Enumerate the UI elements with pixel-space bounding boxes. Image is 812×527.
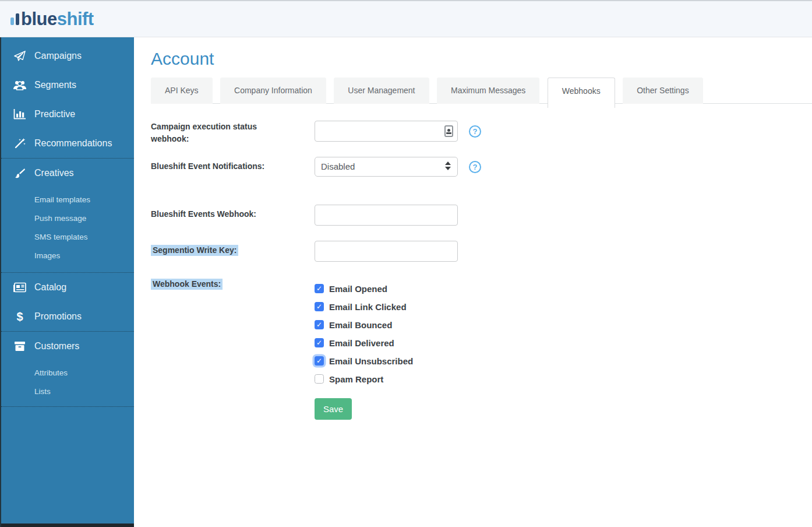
newspaper-icon: [13, 281, 27, 294]
sidebar-subitem-push-message[interactable]: Push message: [1, 209, 134, 227]
form-row-events-webhook: Blueshift Events Webhook:: [151, 205, 812, 226]
campaign-execution-webhook-input-wrap: [315, 121, 458, 142]
campaign-execution-webhook-input[interactable]: [315, 121, 458, 142]
segmentio-write-key-input-wrap: [315, 241, 458, 262]
blueshift-logo-bars-icon: [10, 13, 19, 28]
top-header: blueshift: [0, 0, 812, 37]
blueshift-logo[interactable]: blueshift: [10, 10, 94, 28]
sidebar-subitem-attributes[interactable]: Attributes: [1, 363, 134, 382]
sidebar-divider: [1, 406, 134, 407]
field-label-highlighted: Segmentio Write Key:: [151, 245, 238, 256]
checkbox-spam-report[interactable]: Spam Report: [315, 373, 413, 385]
main-content: Account API Keys Company Information Use…: [134, 37, 812, 527]
magic-wand-icon: [13, 137, 27, 150]
webhook-events-group: ✓ Email Opened ✓ Email Link Clicked ✓ Em…: [315, 278, 413, 420]
sidebar-item-label: Segments: [34, 80, 76, 90]
users-icon: [13, 79, 27, 92]
window-edge: [1, 524, 135, 527]
account-tabs: API Keys Company Information User Manage…: [151, 78, 812, 108]
sidebar-subitem-email-templates[interactable]: Email templates: [1, 190, 134, 209]
sidebar-item-creatives[interactable]: Creatives: [1, 159, 134, 188]
form-row-event-notifications: Blueshift Event Notifications: Disabled …: [151, 157, 812, 177]
sidebar-item-label: Predictive: [34, 109, 75, 120]
sidebar-item-catalog[interactable]: Catalog: [1, 273, 134, 302]
field-label: Campaign execution status webhook:: [151, 121, 267, 145]
help-icon[interactable]: ?: [469, 125, 481, 138]
field-label: Blueshift Events Webhook:: [151, 205, 315, 226]
sidebar-item-label: Recommendations: [34, 138, 112, 149]
page-title: Account: [151, 49, 812, 69]
form-row-segmentio-key: Segmentio Write Key:: [151, 241, 812, 262]
dollar-icon: $: [13, 310, 27, 323]
tab-maximum-messages[interactable]: Maximum Messages: [437, 78, 539, 104]
tab-api-keys[interactable]: API Keys: [151, 78, 213, 104]
sidebar-subitem-lists[interactable]: Lists: [1, 382, 134, 400]
tab-webhooks[interactable]: Webhooks: [548, 78, 615, 108]
form-row-campaign-execution: Campaign execution status webhook: ?: [151, 121, 812, 145]
sidebar-item-segments[interactable]: Segments: [1, 71, 134, 100]
checkbox-checked-focused-icon[interactable]: ✓: [315, 356, 324, 366]
sidebar-item-label: Catalog: [34, 282, 66, 293]
sidebar-nav: Campaigns Segments Predictive Recommenda…: [0, 37, 134, 527]
tab-other-settings[interactable]: Other Settings: [623, 78, 703, 104]
checkbox-email-bounced[interactable]: ✓ Email Bounced: [315, 319, 413, 331]
sidebar-subitem-label: SMS templates: [34, 233, 88, 241]
sidebar-item-label: Promotions: [34, 311, 82, 322]
sidebar-item-promotions[interactable]: $ Promotions: [1, 302, 134, 331]
webhooks-form: Campaign execution status webhook: ? Blu…: [151, 121, 812, 420]
help-icon[interactable]: ?: [469, 161, 481, 173]
events-webhook-input[interactable]: [315, 205, 458, 226]
checkbox-checked-icon[interactable]: ✓: [315, 338, 324, 347]
webhook-events-label-highlighted: Webhook Events:: [151, 279, 223, 290]
select-value: Disabled: [321, 161, 355, 171]
archive-box-icon: [13, 340, 27, 353]
sidebar-subitem-label: Push message: [34, 214, 86, 223]
sidebar-item-label: Customers: [34, 341, 79, 352]
checkbox-email-unsubscribed[interactable]: ✓ Email Unsubscribed: [315, 355, 413, 367]
checkbox-email-opened[interactable]: ✓ Email Opened: [315, 283, 413, 294]
checkbox-checked-icon[interactable]: ✓: [315, 302, 324, 311]
event-notifications-select[interactable]: Disabled: [315, 157, 458, 177]
paintbrush-icon: [13, 167, 27, 180]
tab-company-information[interactable]: Company Information: [220, 78, 326, 104]
sidebar-subitem-label: Lists: [34, 387, 51, 396]
bar-chart-icon: [13, 108, 27, 121]
select-stepper-icon: [445, 161, 451, 170]
sidebar-item-recommendations[interactable]: Recommendations: [1, 129, 134, 158]
sidebar-item-label: Creatives: [34, 168, 74, 178]
segmentio-write-key-input[interactable]: [315, 241, 458, 262]
checkbox-email-delivered[interactable]: ✓ Email Delivered: [315, 337, 413, 349]
checkbox-unchecked-icon[interactable]: [315, 374, 324, 384]
sidebar-subitem-sms-templates[interactable]: SMS templates: [1, 227, 134, 246]
sidebar-item-campaigns[interactable]: Campaigns: [1, 41, 134, 71]
tab-user-management[interactable]: User Management: [334, 78, 429, 104]
sidebar-subitem-label: Email templates: [34, 195, 90, 204]
checkbox-checked-icon[interactable]: ✓: [315, 284, 324, 293]
checkbox-checked-icon[interactable]: ✓: [315, 320, 324, 329]
events-webhook-input-wrap: [315, 205, 458, 226]
sidebar-subitem-images[interactable]: Images: [1, 246, 134, 265]
form-row-webhook-events: Webhook Events: ✓ Email Opened ✓ Email L…: [151, 278, 812, 420]
sidebar-item-predictive[interactable]: Predictive: [1, 100, 134, 129]
paper-plane-icon: [13, 50, 27, 62]
sidebar-item-customers[interactable]: Customers: [1, 332, 134, 361]
save-button[interactable]: Save: [315, 398, 352, 420]
sidebar-subitem-label: Attributes: [34, 368, 68, 377]
sidebar-item-label: Campaigns: [34, 51, 82, 61]
autofill-contact-icon[interactable]: [444, 125, 453, 137]
blueshift-logo-text: blueshift: [21, 10, 94, 28]
checkbox-email-link-clicked[interactable]: ✓ Email Link Clicked: [315, 301, 413, 312]
sidebar-subitem-label: Images: [34, 251, 60, 260]
field-label: Blueshift Event Notifications:: [151, 157, 315, 177]
